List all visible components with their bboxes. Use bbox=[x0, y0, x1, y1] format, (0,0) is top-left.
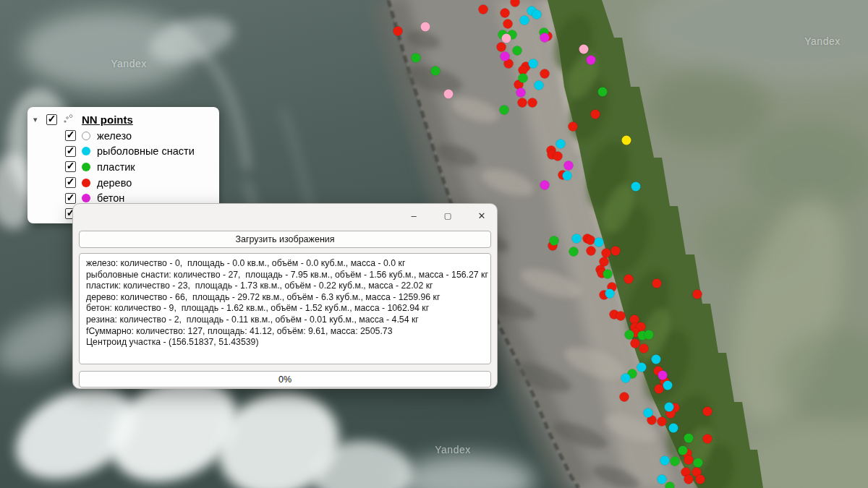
map-point-cyan[interactable] bbox=[652, 355, 661, 364]
map-point-green[interactable] bbox=[678, 446, 688, 455]
map-point-green[interactable] bbox=[694, 458, 703, 468]
map-point-green[interactable] bbox=[603, 270, 613, 279]
map-point-magenta[interactable] bbox=[516, 88, 526, 98]
map-point-magenta[interactable] bbox=[501, 52, 510, 61]
map-point-green[interactable] bbox=[625, 330, 634, 340]
map-point-red[interactable] bbox=[652, 279, 662, 288]
map-point-magenta[interactable] bbox=[540, 33, 550, 43]
map-point-cyan[interactable] bbox=[637, 363, 647, 372]
map-point-red[interactable] bbox=[703, 407, 712, 416]
map-point-red[interactable] bbox=[631, 339, 640, 348]
map-point-red[interactable] bbox=[658, 417, 667, 427]
map-point-red[interactable] bbox=[620, 393, 629, 402]
map-point-red[interactable] bbox=[696, 475, 705, 484]
map-point-red[interactable] bbox=[569, 122, 578, 132]
dialog-titlebar[interactable]: – ▢ ✕ bbox=[73, 204, 497, 226]
map-point-pink[interactable] bbox=[444, 90, 454, 99]
map-point-green[interactable] bbox=[550, 236, 559, 246]
map-point-pink[interactable] bbox=[502, 34, 511, 43]
legend-item-label: бетон bbox=[97, 192, 124, 204]
map-point-green[interactable] bbox=[431, 67, 441, 76]
map-point-cyan[interactable] bbox=[529, 59, 538, 69]
checkbox-check-mark: ✓ bbox=[67, 160, 75, 171]
points-layer-icon bbox=[62, 114, 75, 124]
map-point-green[interactable] bbox=[598, 87, 608, 97]
progress-bar: 0% bbox=[79, 371, 491, 388]
map-point-green[interactable] bbox=[500, 106, 509, 115]
legend-item-checkbox[interactable]: ✓ bbox=[65, 146, 76, 157]
map-point-green[interactable] bbox=[412, 53, 421, 63]
layer-checkbox[interactable]: ✓ bbox=[46, 114, 57, 125]
stats-line: железо: количество - 0, площадь - 0.0 кв… bbox=[86, 258, 484, 270]
map-point-pink[interactable] bbox=[421, 22, 430, 32]
load-images-button[interactable]: Загрузить изображения bbox=[79, 231, 491, 248]
map-point-cyan[interactable] bbox=[663, 381, 673, 390]
map-point-red[interactable] bbox=[703, 435, 712, 444]
map-point-red[interactable] bbox=[616, 312, 626, 321]
map-point-cyan[interactable] bbox=[572, 234, 582, 244]
map-point-red[interactable] bbox=[540, 69, 550, 79]
map-point-green[interactable] bbox=[684, 434, 694, 443]
map-point-green[interactable] bbox=[519, 74, 528, 83]
map-point-red[interactable] bbox=[693, 290, 702, 299]
map-point-red[interactable] bbox=[611, 247, 621, 256]
map-point-cyan[interactable] bbox=[658, 475, 667, 484]
map-point-cyan[interactable] bbox=[621, 374, 631, 383]
map-point-red[interactable] bbox=[586, 236, 595, 245]
map-point-green[interactable] bbox=[665, 482, 675, 488]
map-point-red[interactable] bbox=[479, 5, 488, 14]
map-point-pink[interactable] bbox=[579, 45, 589, 54]
map-point-red[interactable] bbox=[511, 0, 520, 7]
legend-header: ▾ ✓ NN points bbox=[27, 111, 219, 128]
map-point-cyan[interactable] bbox=[532, 10, 542, 20]
map-point-cyan[interactable] bbox=[660, 456, 670, 466]
map-point-magenta[interactable] bbox=[564, 161, 574, 171]
map-point-yellow[interactable] bbox=[622, 136, 631, 145]
map-point-red[interactable] bbox=[639, 344, 649, 354]
map-point-red[interactable] bbox=[518, 98, 527, 108]
collapse-arrow-icon[interactable]: ▾ bbox=[33, 116, 46, 124]
map-point-cyan[interactable] bbox=[669, 424, 678, 433]
map-point-cyan[interactable] bbox=[520, 16, 529, 25]
map-point-magenta[interactable] bbox=[587, 56, 596, 65]
map-point-green[interactable] bbox=[671, 457, 680, 466]
stats-dialog: – ▢ ✕ Загрузить изображения железо: коли… bbox=[72, 203, 498, 389]
map-point-green[interactable] bbox=[513, 46, 522, 56]
legend-color-swatch bbox=[82, 179, 90, 187]
checkbox-check-mark: ✓ bbox=[67, 145, 75, 155]
map-point-red[interactable] bbox=[503, 20, 513, 29]
legend-title: NN points bbox=[82, 114, 133, 126]
minimize-icon[interactable]: – bbox=[403, 207, 425, 224]
map-point-red[interactable] bbox=[393, 27, 403, 36]
close-icon[interactable]: ✕ bbox=[471, 207, 493, 224]
map-point-cyan[interactable] bbox=[665, 403, 674, 412]
map-point-green[interactable] bbox=[569, 247, 579, 257]
map-point-red[interactable] bbox=[501, 9, 510, 18]
map-point-cyan[interactable] bbox=[605, 289, 615, 299]
legend-item-checkbox[interactable]: ✓ bbox=[65, 161, 76, 172]
legend-item-label: пластик bbox=[97, 161, 135, 173]
maximize-icon[interactable]: ▢ bbox=[437, 207, 459, 224]
map-point-magenta[interactable] bbox=[540, 181, 550, 190]
map-point-red[interactable] bbox=[528, 98, 537, 108]
map-point-cyan[interactable] bbox=[595, 238, 604, 247]
legend-item-checkbox[interactable]: ✓ bbox=[65, 193, 76, 204]
map-point-red[interactable] bbox=[624, 275, 634, 284]
map-point-magenta[interactable] bbox=[658, 371, 668, 380]
map-point-cyan[interactable] bbox=[556, 140, 566, 149]
map-point-red[interactable] bbox=[684, 455, 694, 465]
legend-item-label: рыболовные снасти bbox=[97, 145, 195, 157]
legend-item: ✓рыболовные снасти bbox=[27, 144, 219, 160]
map-point-red[interactable] bbox=[684, 475, 694, 484]
map-point-cyan[interactable] bbox=[563, 171, 572, 181]
map-point-red[interactable] bbox=[587, 247, 596, 256]
map-point-red[interactable] bbox=[497, 43, 506, 52]
legend-item-checkbox[interactable]: ✓ bbox=[65, 130, 76, 141]
map-point-green[interactable] bbox=[644, 330, 654, 340]
map-point-cyan[interactable] bbox=[644, 408, 653, 418]
map-point-red[interactable] bbox=[553, 152, 563, 161]
map-point-cyan[interactable] bbox=[631, 182, 641, 192]
map-point-cyan[interactable] bbox=[535, 81, 544, 90]
map-point-red[interactable] bbox=[591, 110, 600, 119]
legend-item-checkbox[interactable]: ✓ bbox=[65, 177, 76, 188]
